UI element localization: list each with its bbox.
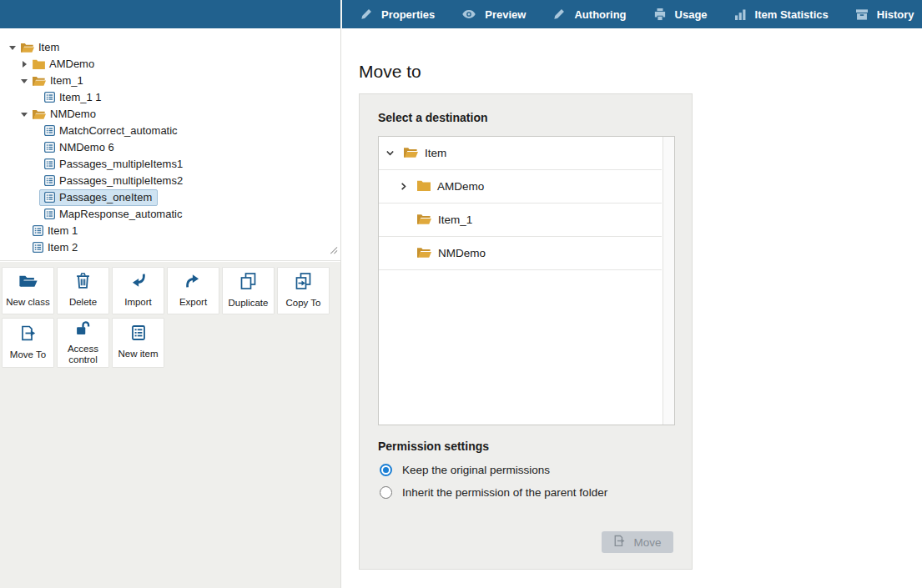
scrollbar-track[interactable]	[663, 137, 674, 425]
tab-preview[interactable]: Preview	[462, 8, 526, 21]
collapse-toggle-icon[interactable]	[18, 75, 30, 87]
item-icon	[33, 225, 43, 236]
button-label: Move To	[10, 349, 46, 360]
move-button[interactable]: Move	[602, 531, 673, 553]
dest-node-label: Item	[425, 147, 446, 159]
tree-node-label: Item_1 1	[59, 91, 102, 103]
export-arrow-icon	[185, 273, 201, 292]
collapse-toggle-icon[interactable]	[7, 42, 18, 53]
destination-heading: Select a destination	[378, 111, 487, 124]
tree-node-label: Passages_multipleItems1	[59, 158, 183, 170]
tab-properties[interactable]: Properties	[360, 8, 435, 21]
tree-node-item-1-root[interactable]: Item 1	[0, 223, 340, 239]
tree-node-amdemo[interactable]: AMDemo	[0, 56, 340, 73]
tree-node-label: Item 1	[48, 224, 78, 237]
duplicate-button[interactable]: Duplicate	[222, 267, 275, 314]
tree-node-item[interactable]: Item	[0, 39, 340, 56]
tree-node-label: Item_1	[50, 74, 83, 87]
dest-node-label: NMDemo	[438, 247, 486, 259]
button-label: Duplicate	[229, 298, 269, 309]
folder-open-icon	[33, 109, 46, 119]
folder-open-icon	[21, 43, 34, 53]
tree-node-passages-multipleitems2[interactable]: Passages_multipleItems2	[0, 173, 340, 189]
import-button[interactable]: Import	[112, 267, 164, 314]
unlock-icon	[76, 320, 90, 339]
radio-keep-permissions[interactable]: Keep the original permissions	[380, 464, 550, 476]
chevron-right-icon[interactable]	[399, 182, 417, 191]
toggle-spacer	[30, 125, 42, 137]
top-navigation-bar: Properties Preview Authoring Usage	[0, 0, 922, 28]
tab-label: History	[877, 8, 914, 21]
delete-button[interactable]: Delete	[57, 267, 109, 314]
toggle-spacer	[18, 242, 30, 254]
tree-node-label: Item	[38, 41, 59, 53]
tab-usage[interactable]: Usage	[654, 8, 708, 21]
tree-node-mapresponse[interactable]: MapResponse_automatic	[0, 206, 340, 223]
top-tabs: Properties Preview Authoring Usage	[342, 0, 922, 28]
tree-node-label: NMDemo	[50, 108, 96, 120]
tree-node-item-1[interactable]: Item_1	[0, 73, 340, 89]
new-class-button[interactable]: New class	[2, 267, 54, 314]
radio-unselected-icon[interactable]	[380, 486, 392, 499]
dest-node-label: AMDemo	[437, 180, 484, 193]
button-label: Delete	[69, 297, 97, 308]
tree-node-label: Item 2	[48, 241, 78, 254]
item-icon	[44, 142, 55, 153]
tab-item-statistics[interactable]: Item Statistics	[735, 8, 829, 21]
tab-history[interactable]: History	[856, 8, 914, 21]
new-item-button[interactable]: New item	[112, 318, 164, 368]
tree-node-label: NMDemo 6	[59, 141, 114, 153]
radio-label: Inherit the permission of the parent fol…	[402, 486, 607, 499]
copy-to-button[interactable]: Copy To	[277, 267, 330, 314]
radio-selected-icon[interactable]	[380, 464, 392, 476]
tree-node-passages-oneitem-selected[interactable]: Passages_oneItem	[0, 189, 340, 206]
tab-label: Preview	[485, 8, 526, 21]
item-icon	[44, 92, 55, 103]
dest-node-amdemo[interactable]: AMDemo	[379, 170, 662, 204]
radio-label: Keep the original permissions	[402, 464, 550, 476]
tab-authoring[interactable]: Authoring	[553, 8, 626, 21]
dest-node-label: Item_1	[438, 214, 472, 226]
tree-node-nmdemo-6[interactable]: NMDemo 6	[0, 139, 340, 156]
tree-node-label: MapResponse_automatic	[59, 208, 182, 220]
radio-inherit-permissions[interactable]: Inherit the permission of the parent fol…	[380, 486, 607, 499]
button-label: Access control	[59, 344, 108, 365]
folder-open-icon	[404, 147, 418, 160]
chevron-down-icon[interactable]	[385, 148, 404, 158]
dest-node-item[interactable]: Item	[379, 137, 662, 170]
dest-node-nmdemo[interactable]: NMDemo	[379, 237, 662, 270]
duplicate-icon	[240, 273, 256, 293]
tree-node-item-1-1[interactable]: Item_1 1	[0, 89, 340, 106]
folder-open-icon	[33, 76, 46, 86]
item-icon	[132, 325, 145, 344]
access-control-button[interactable]: Access control	[57, 318, 109, 368]
pencil-icon	[360, 8, 372, 20]
expand-toggle-icon[interactable]	[18, 58, 30, 70]
tree-node-label: MatchCorrect_automatic	[59, 124, 178, 137]
tab-label: Usage	[675, 8, 708, 21]
library-tree-panel: Item AMDemo Item_1 Item_1 1 NMDemo	[0, 28, 340, 261]
tree-node-matchcorrect[interactable]: MatchCorrect_automatic	[0, 123, 340, 139]
eye-icon	[462, 9, 476, 19]
item-icon	[44, 125, 55, 136]
tab-label: Item Statistics	[755, 8, 829, 21]
button-label: New item	[118, 349, 159, 359]
permissions-heading: Permission settings	[378, 440, 489, 453]
item-icon	[33, 242, 43, 253]
tree-node-item-2[interactable]: Item 2	[0, 239, 340, 256]
collapse-toggle-icon[interactable]	[18, 108, 30, 120]
item-icon	[44, 158, 55, 169]
archive-icon	[856, 9, 868, 20]
move-file-icon	[613, 535, 626, 550]
export-button[interactable]: Export	[167, 267, 219, 314]
tree-node-passages-multipleitems1[interactable]: Passages_multipleItems1	[0, 156, 340, 173]
move-to-button[interactable]: Move To	[2, 318, 54, 368]
tree-node-label: Passages_multipleItems2	[59, 174, 183, 187]
tree-resize-handle-icon[interactable]	[329, 243, 338, 258]
tree-node-nmdemo[interactable]: NMDemo	[0, 106, 340, 123]
printer-icon	[654, 8, 666, 21]
dest-node-item-1[interactable]: Item_1	[379, 204, 662, 237]
toggle-spacer	[18, 225, 30, 237]
toggle-spacer	[30, 92, 42, 103]
item-icon	[44, 175, 55, 186]
